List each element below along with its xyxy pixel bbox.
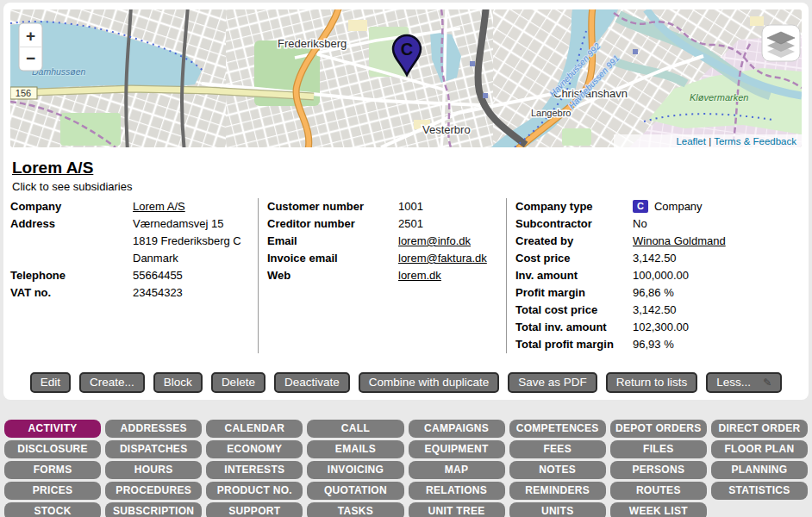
terms-feedback-link[interactable]: Terms & Feedback bbox=[714, 136, 796, 146]
tab-relations[interactable]: RELATIONS bbox=[409, 482, 505, 500]
deactivate-button[interactable]: Deactivate bbox=[274, 372, 350, 393]
action-button-label: Return to lists bbox=[616, 376, 688, 389]
tab-procedures[interactable]: PROCEDURES bbox=[105, 482, 202, 500]
detail-label: VAT no. bbox=[10, 284, 133, 302]
tab-quotation[interactable]: QUOTATION bbox=[307, 482, 403, 500]
tab-floor-plan[interactable]: FLOOR PLAN bbox=[711, 440, 808, 458]
layers-control-button[interactable] bbox=[762, 25, 800, 61]
tab-unit-tree[interactable]: UNIT TREE bbox=[409, 502, 505, 517]
return-to-lists-button[interactable]: Return to lists bbox=[606, 372, 698, 393]
detail-link-invoice-email[interactable]: lorem@faktura.dk bbox=[398, 252, 487, 265]
detail-link-email[interactable]: lorem@info.dk bbox=[398, 234, 471, 247]
detail-text: 96,86 % bbox=[633, 286, 674, 299]
subsidiaries-hint[interactable]: Click to see subsidiaries bbox=[12, 180, 802, 193]
tab-interests[interactable]: INTERESTS bbox=[206, 461, 303, 479]
detail-text: 102,300.00 bbox=[633, 321, 689, 333]
tab-prices[interactable]: PRICES bbox=[4, 482, 101, 500]
tab-fees[interactable]: FEES bbox=[509, 440, 606, 458]
svg-text:Leaflet | Terms & Feedback: Leaflet | Terms & Feedback bbox=[676, 136, 796, 146]
edit-button[interactable]: Edit bbox=[30, 372, 71, 393]
detail-row: Telephone55664455 bbox=[10, 267, 258, 284]
less-button[interactable]: Less...✎ bbox=[706, 372, 782, 393]
detail-link-company[interactable]: Lorem A/S bbox=[133, 200, 185, 213]
tab-campaigns[interactable]: CAMPAIGNS bbox=[409, 420, 505, 438]
tab-map[interactable]: MAP bbox=[409, 461, 505, 479]
tab-persons[interactable]: PERSONS bbox=[610, 461, 707, 479]
detail-row: Invoice emaillorem@faktura.dk bbox=[267, 250, 506, 267]
action-button-label: Create... bbox=[90, 376, 134, 389]
tab-planning[interactable]: PLANNING bbox=[711, 461, 808, 479]
detail-value: 3,142.50 bbox=[633, 302, 677, 319]
detail-row: SubcontractorNo bbox=[515, 215, 802, 233]
detail-label: Profit margin bbox=[515, 284, 633, 302]
detail-row: Profit margin96,86 % bbox=[515, 284, 802, 302]
zoom-out-button[interactable]: − bbox=[26, 49, 35, 67]
tab-tasks[interactable]: TASKS bbox=[307, 502, 403, 517]
detail-row: Company typeCCompany bbox=[515, 198, 802, 215]
tab-call[interactable]: CALL bbox=[307, 420, 403, 438]
save-as-pdf-button[interactable]: Save as PDF bbox=[508, 372, 597, 393]
detail-value: 96,93 % bbox=[633, 336, 674, 353]
tab-routes[interactable]: ROUTES bbox=[610, 482, 707, 500]
tab-activity[interactable]: ACTIVITY bbox=[4, 420, 101, 438]
detail-value: Lorem A/S bbox=[133, 198, 185, 215]
tab-economy[interactable]: ECONOMY bbox=[206, 440, 303, 458]
detail-link-created-by[interactable]: Winona Goldmand bbox=[633, 234, 726, 247]
details-column-1: CompanyLorem A/SAddressVærnedamsvej 1518… bbox=[10, 198, 258, 353]
map[interactable]: 156 Damhussøen Frederiksberg Vesterbro C… bbox=[10, 9, 802, 147]
map-canvas: 156 Damhussøen Frederiksberg Vesterbro C… bbox=[10, 9, 802, 147]
tab-competences[interactable]: COMPETENCES bbox=[509, 420, 606, 438]
leaflet-link[interactable]: Leaflet bbox=[676, 136, 706, 146]
tab-support[interactable]: SUPPORT bbox=[206, 502, 303, 517]
page-title[interactable]: Lorem A/S bbox=[12, 159, 93, 178]
detail-value: 3,142.50 bbox=[633, 250, 677, 267]
detail-text: 23454323 bbox=[133, 286, 183, 299]
tab-disclosure[interactable]: DISCLOSURE bbox=[4, 440, 101, 458]
tab-files[interactable]: FILES bbox=[610, 440, 707, 458]
tab-stock[interactable]: STOCK bbox=[4, 502, 101, 517]
detail-row: Creditor number2501 bbox=[267, 215, 506, 233]
tab-week-list[interactable]: WEEK LIST bbox=[610, 502, 707, 517]
pencil-icon: ✎ bbox=[763, 377, 771, 389]
detail-label: Email bbox=[267, 233, 398, 250]
company-details: CompanyLorem A/SAddressVærnedamsvej 1518… bbox=[10, 198, 802, 353]
details-column-2: Customer number1001Creditor number2501Em… bbox=[258, 198, 506, 353]
attribution-separator: | bbox=[706, 136, 714, 146]
company-type-badge: C bbox=[633, 200, 648, 213]
tab-equipment[interactable]: EQUIPMENT bbox=[409, 440, 505, 458]
detail-text: 3,142.50 bbox=[633, 303, 677, 316]
tab-statistics[interactable]: STATISTICS bbox=[711, 482, 808, 500]
create-button[interactable]: Create... bbox=[79, 372, 145, 393]
tab-invoicing[interactable]: INVOICING bbox=[307, 461, 403, 479]
tab-units[interactable]: UNITS bbox=[509, 502, 606, 517]
tab-dispatches[interactable]: DISPATCHES bbox=[105, 440, 202, 458]
map-label-klovermarken: Kløvermarken bbox=[690, 92, 748, 103]
detail-text: 96,93 % bbox=[633, 338, 674, 351]
tab-product-no[interactable]: PRODUCT NO. bbox=[206, 482, 303, 500]
tab-reminders[interactable]: REMINDERS bbox=[509, 482, 606, 500]
zoom-in-button[interactable]: + bbox=[26, 27, 35, 45]
detail-text: 3,142.50 bbox=[633, 252, 677, 265]
tab-emails[interactable]: EMAILS bbox=[307, 440, 403, 458]
tab-direct-order[interactable]: DIRECT ORDER bbox=[711, 420, 808, 438]
delete-button[interactable]: Delete bbox=[211, 372, 265, 393]
tab-forms[interactable]: FORMS bbox=[4, 461, 101, 479]
map-label-vesterbro: Vesterbro bbox=[422, 123, 471, 136]
detail-link-web[interactable]: lorem.dk bbox=[398, 269, 441, 282]
detail-label: Creditor number bbox=[267, 215, 398, 233]
detail-row: VAT no.23454323 bbox=[10, 284, 258, 302]
map-zoom-control: + − bbox=[19, 23, 42, 71]
detail-value: 100,000.00 bbox=[633, 267, 689, 284]
tab-notes[interactable]: NOTES bbox=[509, 461, 606, 479]
tab-addresses[interactable]: ADDRESSES bbox=[105, 420, 202, 438]
block-button[interactable]: Block bbox=[153, 372, 203, 393]
detail-value: 1001 bbox=[398, 198, 423, 215]
tab-calendar[interactable]: CALENDAR bbox=[206, 420, 303, 438]
detail-label: Created by bbox=[515, 233, 633, 250]
tab-hours[interactable]: HOURS bbox=[105, 461, 202, 479]
combine-with-duplicate-button[interactable]: Combine with duplicate bbox=[359, 372, 500, 393]
detail-text: 55664455 bbox=[133, 269, 183, 282]
tab-depot-orders[interactable]: DEPOT ORDERS bbox=[610, 420, 707, 438]
tab-subscription[interactable]: SUBSCRIPTION bbox=[105, 502, 202, 517]
detail-text: 2501 bbox=[398, 217, 423, 230]
